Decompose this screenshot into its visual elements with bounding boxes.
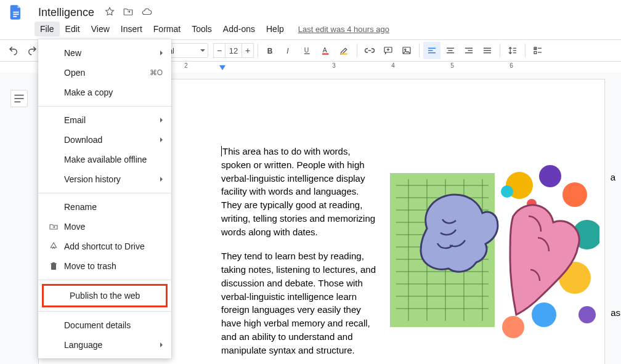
svg-point-14	[405, 49, 406, 50]
highlight-color-button[interactable]	[336, 42, 353, 59]
ruler-mark: 6	[509, 62, 513, 69]
svg-rect-9	[341, 54, 347, 55]
svg-point-60	[502, 316, 524, 338]
font-size-value[interactable]: 12	[225, 43, 242, 58]
undo-button[interactable]	[5, 42, 22, 59]
insert-image-button[interactable]	[398, 42, 415, 59]
separator	[38, 280, 171, 280]
separator	[38, 311, 171, 312]
separator	[38, 193, 171, 193]
font-size-decrease[interactable]: −	[213, 43, 225, 58]
separator	[38, 106, 171, 107]
menu-tools[interactable]: Tools	[186, 22, 217, 36]
menu-edit[interactable]: Edit	[60, 22, 86, 36]
cloud-status-icon[interactable]	[141, 6, 152, 19]
folder-move-icon	[47, 222, 60, 232]
file-menu-version-history[interactable]: Version history	[38, 169, 171, 189]
file-menu-publish-highlight: Publish to the web	[42, 284, 168, 307]
file-menu-publish[interactable]: Publish to the web	[44, 286, 166, 305]
star-icon[interactable]	[104, 6, 115, 19]
svg-text:A: A	[323, 46, 327, 54]
file-menu-email[interactable]: Email	[38, 110, 171, 130]
drive-shortcut-icon	[47, 241, 60, 251]
align-center-button[interactable]	[442, 42, 459, 59]
brain-heart-image[interactable]	[390, 161, 599, 346]
file-menu-dropdown: New Open ⌘O Make a copy Email Download M…	[38, 39, 171, 358]
svg-text:B: B	[267, 47, 273, 55]
file-menu-open[interactable]: Open ⌘O	[38, 63, 171, 83]
chevron-right-icon	[160, 177, 163, 182]
menu-help[interactable]: Help	[261, 22, 290, 36]
underline-button[interactable]: U	[299, 42, 316, 59]
checklist-button[interactable]	[529, 42, 546, 59]
label: Move to trash	[64, 261, 116, 271]
trash-icon	[47, 261, 60, 271]
label: Language	[64, 340, 102, 350]
align-right-button[interactable]	[460, 42, 477, 59]
line-spacing-button[interactable]	[504, 42, 521, 59]
label: Add shortcut to Drive	[64, 241, 145, 251]
paragraph: They tend to learn best by reading, taki…	[221, 249, 381, 357]
font-size-stepper: − 12 +	[213, 43, 254, 58]
svg-point-62	[501, 185, 513, 198]
move-folder-icon[interactable]	[123, 6, 134, 19]
menu-view[interactable]: View	[86, 22, 115, 36]
file-menu-new[interactable]: New	[38, 43, 171, 63]
menu-insert[interactable]: Insert	[115, 22, 148, 36]
svg-text:I: I	[286, 47, 289, 55]
title-bar: Intelligence	[0, 0, 621, 21]
indent-marker[interactable]	[219, 65, 225, 70]
separator	[500, 44, 500, 57]
document-outline-button[interactable]	[10, 90, 28, 107]
separator	[525, 44, 526, 57]
shortcut: ⌘O	[150, 68, 163, 77]
align-justify-button[interactable]	[479, 42, 496, 59]
label: Make a copy	[64, 87, 113, 97]
file-menu-make-copy[interactable]: Make a copy	[38, 83, 171, 102]
italic-button[interactable]: I	[280, 42, 298, 59]
insert-link-button[interactable]	[361, 42, 378, 59]
label: Open	[64, 68, 85, 78]
file-menu-add-shortcut[interactable]: Add shortcut to Drive	[38, 237, 171, 256]
ruler-mark: 3	[332, 62, 336, 69]
svg-point-59	[532, 302, 556, 327]
chevron-right-icon	[160, 342, 163, 347]
label: Make available offline	[64, 155, 147, 164]
document-body[interactable]: This area has to do with words, spoken o…	[221, 145, 381, 357]
menu-format[interactable]: Format	[148, 22, 186, 36]
separator	[419, 44, 420, 57]
file-menu-details[interactable]: Document details	[38, 315, 171, 335]
svg-point-61	[578, 306, 596, 323]
svg-rect-2	[13, 16, 17, 17]
menu-bar: File Edit View Insert Format Tools Add-o…	[0, 21, 621, 37]
text-color-button[interactable]: A	[317, 42, 335, 59]
file-menu-download[interactable]: Download	[38, 130, 171, 150]
separator	[258, 44, 258, 57]
paragraph: This area has to do with words, spoken o…	[221, 146, 375, 237]
separator	[357, 44, 357, 57]
chevron-right-icon	[160, 137, 163, 142]
file-menu-move[interactable]: Move	[38, 217, 171, 237]
font-size-increase[interactable]: +	[242, 43, 254, 58]
file-menu-rename[interactable]: Rename	[38, 197, 171, 217]
svg-rect-0	[13, 12, 18, 13]
menu-addons[interactable]: Add-ons	[217, 22, 261, 36]
ruler-mark: 2	[184, 62, 188, 69]
label: New	[64, 48, 81, 58]
bold-button[interactable]: B	[262, 42, 279, 59]
insert-comment-button[interactable]	[380, 42, 397, 59]
chevron-down-icon	[200, 49, 205, 52]
last-edit-link[interactable]: Last edit was 4 hours ago	[298, 25, 389, 34]
text-fragment: as	[611, 307, 620, 318]
document-title[interactable]: Intelligence	[34, 5, 98, 20]
align-left-button[interactable]	[423, 42, 440, 59]
chevron-right-icon	[160, 118, 163, 123]
docs-logo[interactable]	[5, 1, 27, 23]
ruler-mark: 4	[391, 62, 395, 69]
svg-rect-1	[13, 14, 18, 15]
svg-rect-32	[534, 52, 537, 54]
file-menu-trash[interactable]: Move to trash	[38, 256, 171, 276]
file-menu-language[interactable]: Language	[38, 335, 171, 355]
menu-file[interactable]: File	[34, 22, 60, 36]
file-menu-offline[interactable]: Make available offline	[38, 150, 171, 169]
